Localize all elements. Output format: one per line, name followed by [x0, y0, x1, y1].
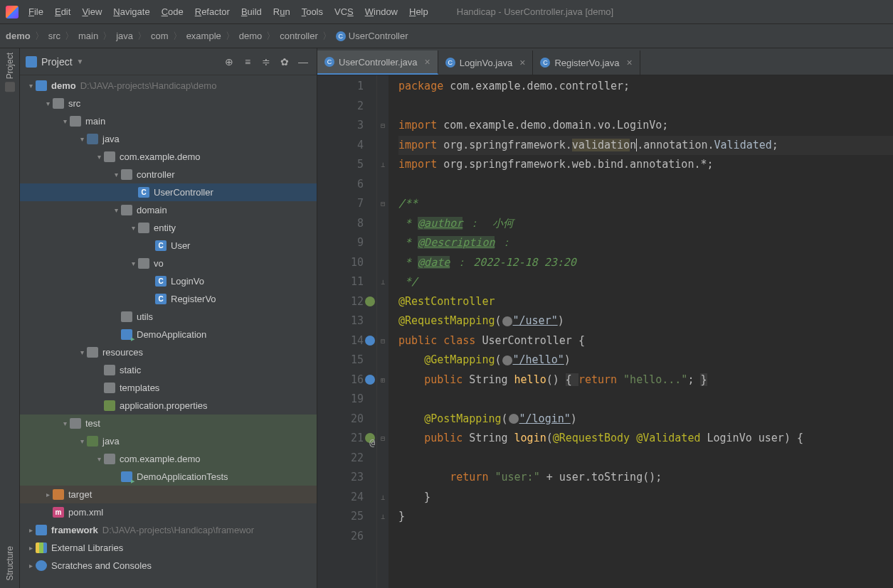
package-icon — [121, 169, 132, 180]
menu-refactor[interactable]: Refactor — [195, 6, 230, 17]
crumb-demo[interactable]: demo — [6, 31, 31, 41]
tool-tab-structure[interactable]: Structure — [5, 546, 15, 581]
tree-target[interactable]: ▸target — [20, 486, 317, 503]
tool-tab-project[interactable]: Project — [5, 53, 15, 92]
tree-user[interactable]: CUser — [20, 237, 317, 255]
hide-button[interactable]: — — [295, 54, 311, 70]
project-tree[interactable]: ▾demoD:\JAVA-projects\Handicap\demo ▾src… — [20, 75, 317, 588]
tree-test[interactable]: ▾test — [20, 415, 317, 432]
menu-view[interactable]: View — [82, 6, 102, 17]
settings-button[interactable]: ✿ — [277, 54, 292, 70]
tree-registervo[interactable]: CRegisterVo — [20, 290, 317, 308]
module-icon — [36, 525, 47, 535]
close-icon[interactable]: × — [425, 56, 430, 68]
menu-build[interactable]: Build — [241, 6, 262, 17]
expand-button[interactable]: ≡ — [240, 54, 255, 70]
class-icon: C — [540, 58, 550, 68]
tree-test-java[interactable]: ▾java — [20, 432, 317, 450]
scratches-icon — [36, 560, 47, 571]
nav-gutter-icon[interactable] — [365, 375, 375, 385]
package-icon — [104, 454, 115, 464]
menu-code[interactable]: Code — [162, 6, 184, 17]
tree-templates[interactable]: templates — [20, 379, 317, 397]
menu-window[interactable]: Window — [365, 6, 398, 17]
libraries-icon — [36, 542, 47, 553]
tree-utils[interactable]: utils — [20, 308, 317, 326]
tree-resources[interactable]: ▾resources — [20, 343, 317, 361]
menu-tools[interactable]: Tools — [302, 6, 323, 17]
crumb-src[interactable]: src — [48, 31, 60, 41]
tree-loginvo[interactable]: CLoginVo — [20, 272, 317, 290]
app-logo-icon — [6, 6, 19, 18]
at-gutter-icon[interactable]: @ — [365, 433, 375, 443]
menu-edit[interactable]: Edit — [55, 6, 70, 17]
crumb-example[interactable]: example — [186, 31, 221, 41]
class-icon: C — [324, 57, 334, 67]
menu-navigate[interactable]: Navigate — [113, 6, 149, 17]
crumb-main[interactable]: main — [78, 31, 98, 41]
title-bar: File Edit View Navigate Code Refactor Bu… — [0, 0, 893, 24]
sidebar-header: Project ▼ ⊕ ≡ ≑ ✿ — — [20, 48, 317, 75]
web-icon[interactable] — [502, 316, 512, 326]
package-icon — [138, 258, 149, 269]
code-editor[interactable]: 1234567891011 12 13 14 15 16 19 20 21@ 2… — [317, 75, 893, 588]
tree-static[interactable]: static — [20, 361, 317, 379]
tab-usercontroller[interactable]: CUserController.java× — [317, 50, 438, 75]
class-icon: C — [155, 240, 167, 251]
tree-package[interactable]: ▾com.example.demo — [20, 148, 317, 166]
locate-button[interactable]: ⊕ — [221, 54, 237, 70]
tree-framework[interactable]: ▸frameworkD:\JAVA-projects\Handicap\fram… — [20, 521, 317, 539]
collapse-button[interactable]: ≑ — [258, 54, 274, 70]
target-icon — [53, 489, 64, 500]
src-folder-icon — [87, 134, 98, 144]
crumb-usercontroller[interactable]: UserController — [349, 31, 408, 41]
crumb-demo2[interactable]: demo — [239, 31, 263, 41]
dropdown-icon[interactable]: ▼ — [77, 58, 84, 65]
tree-vo[interactable]: ▾vo — [20, 255, 317, 272]
close-icon[interactable]: × — [626, 57, 632, 68]
tree-demotests[interactable]: DemoApplicationTests — [20, 468, 317, 486]
tree-java[interactable]: ▾java — [20, 130, 317, 148]
spring-gutter-icon[interactable] — [365, 296, 375, 306]
tree-test-pkg[interactable]: ▾com.example.demo — [20, 450, 317, 468]
tree-pom[interactable]: mpom.xml — [20, 503, 317, 521]
project-view-label[interactable]: Project — [41, 56, 73, 68]
web-icon[interactable] — [509, 414, 519, 424]
crumb-controller[interactable]: controller — [280, 31, 317, 41]
tree-entity[interactable]: ▾entity — [20, 219, 317, 237]
fold-bar[interactable]: ⊟⊥⊟⊥⊟⊞⊟⊥⊥ — [377, 75, 389, 588]
tree-demoapplication[interactable]: DemoApplication — [20, 326, 317, 343]
close-icon[interactable]: × — [519, 57, 525, 68]
tree-scratches[interactable]: ▸Scratches and Consoles — [20, 557, 317, 574]
tree-usercontroller[interactable]: CUserController — [20, 183, 317, 201]
package-icon — [104, 151, 115, 162]
menu-file[interactable]: File — [28, 6, 43, 17]
folder-icon — [104, 365, 115, 375]
tree-extlibs[interactable]: ▸External Libraries — [20, 539, 317, 557]
tree-appprops[interactable]: application.properties — [20, 397, 317, 415]
editor-tabs: CUserController.java× CLoginVo.java× CRe… — [317, 48, 893, 75]
web-icon[interactable] — [502, 356, 512, 365]
project-icon — [5, 82, 15, 92]
class-icon: C — [445, 58, 455, 68]
tree-main[interactable]: ▾main — [20, 112, 317, 130]
resources-icon — [87, 347, 98, 358]
tab-loginvo[interactable]: CLoginVo.java× — [438, 50, 534, 75]
line-gutter[interactable]: 1234567891011 12 13 14 15 16 19 20 21@ 2… — [317, 75, 377, 588]
package-icon — [121, 311, 132, 322]
nav-gutter-icon[interactable] — [365, 336, 375, 346]
breadcrumb[interactable]: demo 〉 src 〉 main 〉 java 〉 com 〉 example… — [6, 30, 408, 43]
crumb-com[interactable]: com — [151, 31, 169, 41]
menu-run[interactable]: Run — [273, 6, 290, 17]
tab-registervo[interactable]: CRegisterVo.java× — [533, 50, 640, 75]
crumb-java[interactable]: java — [116, 31, 133, 41]
tree-controller[interactable]: ▾controller — [20, 166, 317, 183]
menu-vcs[interactable]: VCS — [334, 6, 354, 17]
left-tool-bar: Project Structure — [0, 48, 20, 588]
tree-domain[interactable]: ▾domain — [20, 201, 317, 219]
tree-src[interactable]: ▾src — [20, 95, 317, 112]
tree-module-demo[interactable]: ▾demoD:\JAVA-projects\Handicap\demo — [20, 77, 317, 95]
source-text[interactable]: package com.example.demo.controller; imp… — [389, 75, 893, 588]
folder-icon — [70, 418, 81, 429]
menu-help[interactable]: Help — [409, 6, 428, 17]
